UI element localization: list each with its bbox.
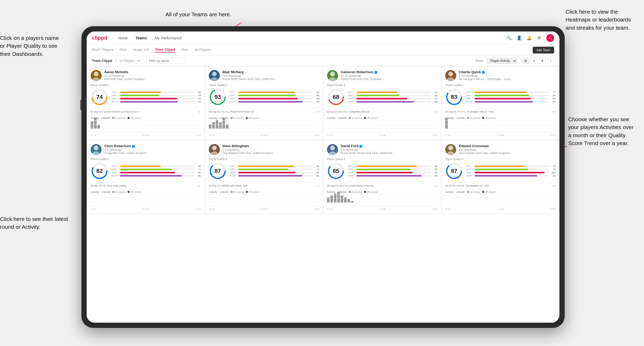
quality-circle[interactable]: 93 [209, 88, 227, 106]
tab-hcaps[interactable]: Hcaps 1-5 [133, 48, 149, 52]
latest-round-text: 18 Jul 23 | 74 (+4), Sunningdale GC - Ol… [445, 184, 552, 187]
quality-section[interactable]: 83 OTT 77 APP 80 ARG 83 PUTT [445, 88, 555, 106]
latest-round[interactable]: 04 Sep 23 | Mobility with coach, Gym → [209, 182, 319, 189]
player-avatar [327, 70, 338, 81]
quality-section[interactable]: 87 OTT 73 APP 79 ARG 103 PUTT [445, 162, 555, 180]
tab-pga[interactable]: PGA [120, 48, 127, 52]
stat-bar [120, 98, 177, 99]
nav-item-teams[interactable]: Teams [136, 36, 147, 40]
player-name[interactable]: Edward Crossman [459, 144, 510, 148]
sort-icon[interactable]: ↕ [547, 57, 554, 64]
round-arrow[interactable]: → [434, 110, 437, 114]
chart-date: 21 Aug [497, 208, 504, 210]
y-line [91, 194, 201, 195]
player-name[interactable]: Cameron Robertson [341, 70, 381, 74]
off-course-legend: Off course [128, 117, 141, 119]
stat-row: ARG 84 [112, 97, 201, 100]
tab-pgat[interactable]: PGAT Players [92, 48, 113, 52]
tab-all-players[interactable]: All Players [194, 48, 210, 52]
round-arrow[interactable]: → [197, 184, 201, 188]
show-select[interactable]: Player Activity [487, 58, 517, 64]
latest-round[interactable]: 26 Aug 23 | 73 (+1), Royal North Devon G… [209, 108, 319, 115]
player-card[interactable]: Edward Crossman 1-5 Handicap Sunningdale… [442, 140, 559, 214]
player-avatar [209, 70, 220, 81]
player-name[interactable]: Blair McHarg [222, 70, 277, 74]
player-name[interactable]: Dave Billingham [222, 144, 273, 148]
round-arrow[interactable]: → [315, 110, 319, 114]
quality-circle[interactable]: 87 [445, 162, 463, 180]
filter-icon[interactable]: ▼ [539, 57, 546, 64]
stat-row: PUTT 94 [230, 174, 319, 177]
player-grid: Aaron Nicholls 11-15 Handicap Drift Golf… [87, 66, 559, 214]
player-card[interactable]: Cameron Robertson 11-15 Handicap Royal P… [323, 66, 441, 140]
quality-section[interactable]: 82 OTT 60 APP 77 ARG 81 PUTT [91, 162, 201, 180]
latest-round[interactable]: 18 Jul 23 | 74 (+4), Sunningdale GC - Ol… [445, 182, 555, 189]
annotation-left-bottom: Click here to see their latest round or … [0, 215, 68, 231]
quality-label: Player Quality ℹ [91, 158, 201, 161]
stat-bar [238, 101, 303, 103]
stat-label: PUTT [230, 174, 237, 177]
latest-round[interactable]: 02 Jul 23 | 59 (+17), Craigmillar Park G… [327, 108, 437, 115]
quality-circle[interactable]: 85 [327, 162, 345, 180]
search-icon[interactable]: 🔍 [506, 35, 512, 41]
tab-team-clippd[interactable]: Team Clippd [155, 47, 175, 52]
player-card[interactable]: Charlie Quick 6-10 Handicap St. George's… [442, 66, 559, 140]
player-card[interactable]: Chris Robertson 1-5 Handicap Craigmillar… [87, 140, 205, 214]
player-avatar [91, 70, 102, 81]
chart-labels: 31 Jul21 Aug4 Sep [209, 208, 319, 210]
quality-section[interactable]: 93 OTT 84 APP 85 ARG 88 PUTT [209, 88, 319, 106]
stat-bar-bg [356, 92, 431, 93]
nav-item-home[interactable]: Home [118, 36, 128, 40]
player-name[interactable]: David Ford [341, 144, 394, 148]
round-arrow[interactable]: → [315, 184, 319, 188]
latest-round[interactable]: 07 Aug 23 | 77 (+7), St George's Hill GC… [445, 108, 555, 115]
latest-round[interactable]: 26 Aug 23 | 84 (+12), Royal North Devon … [327, 182, 437, 189]
filter-input[interactable] [146, 58, 185, 64]
stat-label: PUTT [466, 174, 474, 177]
off-course-legend: Off course [364, 191, 377, 193]
stats-grid: OTT 73 APP 79 ARG 103 PUTT 92 [466, 165, 555, 177]
player-card[interactable]: Dave Billingham 1-5 Handicap Sog Maging … [205, 140, 323, 214]
quality-section[interactable]: 68 OTT 61 APP 63 ARG 75 PUTT [327, 88, 437, 106]
bell-icon[interactable]: 🔔 [526, 35, 532, 41]
user-avatar[interactable]: C [546, 34, 554, 42]
quality-section[interactable]: 74 OTT 60 APP 58 ARG 84 PUTT [91, 88, 201, 106]
quality-circle[interactable]: 83 [445, 88, 463, 106]
off-course-legend: Off course [246, 117, 259, 119]
edit-icon[interactable]: ✏ [137, 59, 140, 63]
quality-circle[interactable]: 74 [91, 88, 108, 106]
player-club: Royal North Devon Golf Club, United Kin.… [222, 77, 277, 81]
quality-section[interactable]: 87 OTT 82 APP 74 ARG 85 PUTT [209, 162, 319, 180]
round-arrow[interactable]: → [434, 184, 437, 188]
round-arrow[interactable]: → [552, 184, 555, 188]
quality-section[interactable]: 85 OTT 89 APP 80 ARG 83 PUTT [327, 162, 437, 180]
list-view-icon[interactable]: ≡ [531, 57, 537, 64]
latest-round[interactable]: 02 Sep 23 | Sunrise round to get back in… [91, 108, 201, 115]
player-avatar [209, 144, 220, 155]
player-name[interactable]: Aaron Nicholls [104, 70, 144, 74]
player-card[interactable]: Blair McHarg Plus Handicap Royal North D… [205, 66, 323, 140]
activity-header: Activity · 1 Month On course Off course [445, 191, 555, 193]
player-name[interactable]: Charlie Quick [459, 70, 513, 74]
latest-round[interactable]: 03 Mar 23 | 19, Must make putting → [91, 182, 201, 189]
player-card[interactable]: David Ford 1-5 Handicap Royal North Devo… [323, 140, 441, 214]
quality-circle[interactable]: 87 [209, 162, 227, 180]
settings-icon[interactable]: ⚙ [536, 35, 542, 41]
stat-value: 60 [196, 165, 201, 168]
nav-item-performance[interactable]: My Performance [155, 36, 182, 40]
team-header: Team Clippd | 14 Players ✏ Show: Player … [87, 56, 559, 66]
add-team-button[interactable]: Add Team [533, 47, 554, 54]
round-arrow[interactable]: → [197, 110, 201, 114]
quality-circle[interactable]: 68 [327, 88, 345, 106]
grid-view-icon[interactable]: ⊞ [522, 57, 529, 64]
quality-circle[interactable]: 82 [91, 162, 108, 180]
stat-bar [120, 92, 161, 93]
chart-date: 4 Sep [550, 208, 555, 210]
stat-bar [120, 169, 172, 170]
profile-icon[interactable]: 👤 [516, 35, 522, 41]
round-arrow[interactable]: → [552, 110, 555, 114]
activity-header: Activity · 1 Month On course Off course [327, 117, 437, 119]
player-card[interactable]: Aaron Nicholls 11-15 Handicap Drift Golf… [87, 66, 205, 140]
player-name[interactable]: Chris Robertson [104, 144, 147, 148]
tab-tour[interactable]: Tour [181, 48, 188, 52]
